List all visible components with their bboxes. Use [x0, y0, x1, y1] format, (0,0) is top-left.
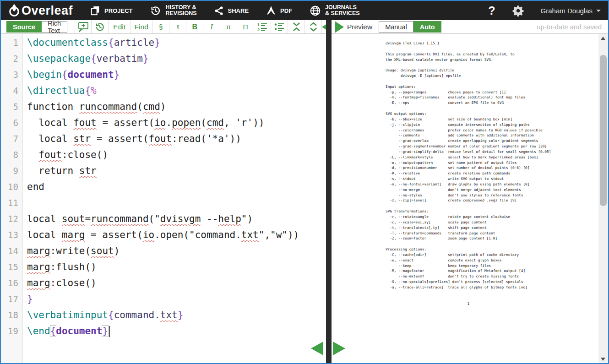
numbered-list-icon: 12 [257, 22, 267, 32]
history-icon [150, 5, 161, 16]
code-line[interactable]: \verbatiminput{command.txt} [27, 307, 326, 323]
preview-label: Preview [347, 23, 372, 31]
numbered-list-button[interactable]: 12 [254, 20, 271, 33]
line-number: 17 [1, 291, 22, 307]
svg-text:1: 1 [257, 22, 260, 27]
source-mode-button[interactable]: Source [6, 21, 42, 33]
line-number: 5 [1, 99, 22, 115]
mode-toggle: Source Rich Text [6, 21, 67, 33]
caret-down-icon [596, 10, 601, 12]
leaf-icon [8, 4, 20, 17]
pdf-page-content: dvisvgm (TeX Live) 1.15.1 This program c… [386, 41, 551, 306]
unfold-all-button[interactable] [305, 20, 322, 33]
editor-toolbar-buttons: Edit Find § § B I π Π 12 [75, 20, 322, 33]
line-number: 16 [1, 275, 22, 291]
nav-journals-services[interactable]: JOURNALS & SERVICES [310, 5, 360, 16]
nav-journals-label-2: & SERVICES [325, 11, 360, 16]
subsection-button[interactable]: § [169, 20, 186, 33]
expand-icon [309, 22, 318, 32]
editor-toolbar: Source Rich Text Edit Find § § B I π Π [1, 20, 326, 34]
code-line[interactable]: local sout=runcommand("dvisvgm --help") [27, 211, 326, 227]
bold-button[interactable]: B [186, 20, 203, 33]
line-number: 3 [1, 67, 22, 83]
track-changes-icon [94, 22, 105, 33]
code-line[interactable]: local str = assert(fout:read('*a')) [27, 131, 326, 147]
logo-text: Overleaf [22, 4, 73, 18]
line-number: 13 [1, 227, 22, 243]
edit-menu-button[interactable]: Edit [109, 20, 130, 33]
italic-button[interactable]: I [203, 20, 220, 33]
code-line[interactable]: local marg = assert(io.open("command.txt… [27, 227, 326, 243]
line-number: 7 [1, 131, 22, 147]
manual-compile-button[interactable]: Manual [379, 21, 413, 33]
gear-icon[interactable] [512, 5, 524, 17]
add-comment-icon [78, 22, 89, 32]
line-number: 2 [1, 51, 22, 67]
code-line[interactable]: \documentclass{article} [27, 35, 326, 51]
line-number: 12 [1, 211, 22, 227]
user-menu[interactable]: Graham Douglas [541, 7, 601, 15]
svg-text:2: 2 [257, 27, 260, 32]
nav-pdf[interactable]: PDF [266, 5, 292, 16]
code-line[interactable]: function runcommand(cmd) [27, 99, 326, 115]
auto-compile-button[interactable]: Auto [413, 21, 441, 33]
section-button[interactable]: § [152, 20, 169, 33]
scrollbar-up-icon[interactable] [601, 37, 605, 40]
code-line[interactable] [27, 195, 326, 211]
help-icon[interactable]: ? [488, 4, 495, 17]
code-line[interactable]: marg:close() [27, 275, 326, 291]
scrollbar-down-icon[interactable] [601, 358, 605, 361]
bullet-list-icon [274, 22, 284, 32]
code-line[interactable]: local fout = assert(io.popen(cmd, 'r')) [27, 115, 326, 131]
source-editor[interactable]: 12345678910111213141516171819 \documentc… [1, 34, 326, 363]
expand-preview-bottom-triangle[interactable] [333, 342, 345, 355]
top-navbar: Overleaf PROJECT HISTORY & REVISIONS SHA… [1, 1, 608, 20]
track-changes-button[interactable] [92, 20, 109, 33]
line-number: 11 [1, 195, 22, 211]
pane-divider[interactable] [326, 20, 332, 363]
collapse-icon [292, 22, 301, 32]
code-line[interactable]: fout:close() [27, 147, 326, 163]
nav-history-revisions[interactable]: HISTORY & REVISIONS [150, 5, 196, 16]
nav-share[interactable]: SHARE [214, 6, 249, 16]
preview-scrollbar[interactable] [598, 34, 608, 363]
scrollbar-thumb[interactable] [600, 55, 607, 206]
line-number: 10 [1, 179, 22, 195]
inline-math-button[interactable]: π [220, 20, 237, 33]
save-status: up-to-date and saved [537, 23, 602, 31]
code-line[interactable]: \end{document} [27, 323, 326, 339]
collapse-editor-bottom-triangle[interactable] [311, 342, 323, 355]
pdf-icon [266, 5, 276, 16]
code-line[interactable]: \usepackage{verbatim} [27, 51, 326, 67]
rich-text-mode-button[interactable]: Rich Text [42, 21, 67, 33]
add-comment-button[interactable] [75, 20, 92, 33]
project-icon [90, 5, 100, 16]
code-line[interactable]: end [27, 179, 326, 195]
nav-project[interactable]: PROJECT [90, 5, 132, 16]
code-lines[interactable]: \documentclass{article}\usepackage{verba… [23, 34, 326, 363]
journals-icon [310, 5, 321, 16]
code-line[interactable]: } [27, 291, 326, 307]
line-number: 19 [1, 323, 22, 339]
line-gutter[interactable]: 12345678910111213141516171819 [1, 34, 23, 363]
code-line[interactable]: \directlua{% [27, 83, 326, 99]
text-cursor [109, 326, 110, 337]
line-number: 15 [1, 259, 22, 275]
line-number: 14 [1, 243, 22, 259]
line-number: 6 [1, 115, 22, 131]
code-line[interactable]: marg:write(sout) [27, 243, 326, 259]
expand-preview-triangle[interactable] [335, 21, 344, 33]
nav-project-label: PROJECT [104, 7, 132, 14]
display-math-button[interactable]: Π [237, 20, 254, 33]
fold-all-button[interactable] [288, 20, 305, 33]
preview-toolbar: Preview Manual Auto up-to-date and saved [332, 20, 608, 34]
compile-mode-toggle: Manual Auto [379, 21, 441, 33]
code-line[interactable]: marg:flush() [27, 259, 326, 275]
bullet-list-button[interactable] [271, 20, 288, 33]
line-number: 9 [1, 163, 22, 179]
code-line[interactable]: \begin{document} [27, 67, 326, 83]
overleaf-logo[interactable]: Overleaf [8, 4, 73, 18]
nav-share-label: SHARE [228, 7, 249, 14]
find-button[interactable]: Find [130, 20, 152, 33]
code-line[interactable]: return str [27, 163, 326, 179]
